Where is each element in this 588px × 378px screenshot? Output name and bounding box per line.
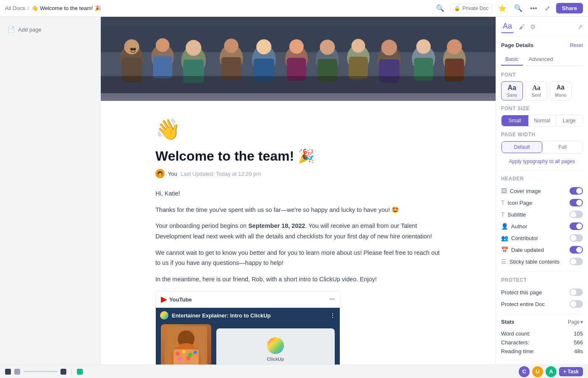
youtube-more-btn[interactable]: •••: [329, 296, 335, 302]
panel-body: Page Details Reset Basic Advanced Font A…: [496, 37, 588, 365]
contributor-toggle[interactable]: [570, 234, 583, 242]
font-size-options: Small Normal Large: [501, 115, 583, 127]
add-page-item[interactable]: 📄 Add page: [3, 24, 97, 35]
svg-point-33: [447, 39, 462, 54]
presenter-svg: [165, 326, 207, 365]
size-normal-btn[interactable]: Normal: [528, 115, 556, 126]
reading-time-value: 48s: [574, 348, 583, 354]
author-row: 👤 Author: [501, 220, 583, 232]
expand-button[interactable]: ⤢: [543, 3, 552, 14]
font-sans-label: Sans: [506, 93, 518, 98]
video-menu-icon: ⋮: [330, 312, 336, 319]
doc-para4: In the meantime, here is our friend, Rob…: [155, 274, 441, 285]
stats-header: Stats Page ▾: [501, 319, 583, 325]
apply-typography-link[interactable]: Apply typography to all pages: [501, 159, 583, 164]
cover-image-toggle[interactable]: [570, 187, 583, 195]
width-default-btn[interactable]: Default: [501, 141, 542, 153]
font-mono-option[interactable]: Aa Mono: [550, 81, 572, 100]
protect-doc-row: Protect entire Doc: [501, 298, 583, 310]
hero-svg: [101, 17, 496, 101]
svg-point-6: [156, 38, 170, 52]
contributor-text: Contributor: [511, 235, 538, 241]
subtitle-toggle[interactable]: [570, 211, 583, 218]
user-avatar-1: C: [519, 366, 530, 377]
protect-page-toggle[interactable]: [570, 288, 583, 296]
panel-tab-text[interactable]: Aa: [501, 20, 514, 33]
sub-tab-advanced[interactable]: Advanced: [525, 53, 557, 66]
font-size-label: Font Size: [501, 106, 583, 111]
sticky-toc-label: ☰ Sticky table contents: [501, 258, 559, 265]
panel-tab-brush[interactable]: 🖌: [519, 23, 525, 30]
video-title-text: Entertainer Explainer: Intro to ClickUp: [172, 312, 271, 319]
divider-2: [501, 272, 583, 272]
date-updated-icon: 📅: [501, 246, 508, 253]
bottom-indicator-green: [77, 369, 83, 375]
protect-doc-toggle[interactable]: [570, 300, 583, 308]
icon-page-text: Icon Page: [508, 200, 533, 206]
doc-title: Welcome to the team! 🎉: [155, 148, 441, 164]
date-updated-label: 📅 Date updated: [501, 246, 544, 253]
contributor-icon: 👥: [501, 235, 508, 241]
video-title-overlay: Entertainer Explainer: Intro to ClickUp …: [160, 311, 336, 320]
size-small-btn[interactable]: Small: [501, 115, 528, 126]
svg-point-18: [289, 39, 304, 53]
protect-page-slider: [570, 288, 583, 296]
date-updated-toggle[interactable]: [570, 246, 583, 254]
cover-image-slider: [570, 187, 583, 195]
subtitle-row: T Subtitle: [501, 209, 583, 220]
search-icon-btn[interactable]: 🔍: [512, 3, 524, 14]
sticky-toc-slider: [570, 258, 583, 265]
font-serif-option[interactable]: Aa Serif: [525, 81, 547, 100]
panel-tab-settings[interactable]: ⚙: [530, 23, 536, 31]
star-button[interactable]: ⭐: [496, 3, 508, 14]
doc-greeting: Hi, Katie!: [155, 188, 441, 199]
share-button[interactable]: Share: [556, 3, 583, 13]
protect-page-text: Protect this page: [501, 289, 542, 296]
subtitle-slider: [570, 211, 583, 218]
stats-title: Stats: [501, 319, 514, 325]
search-button[interactable]: 🔍: [434, 3, 446, 14]
stats-scope-btn[interactable]: Page ▾: [568, 319, 583, 325]
more-options-button[interactable]: •••: [528, 3, 539, 14]
panel-sub-tabs: Basic Advanced: [501, 53, 583, 66]
doc-para1: Thanks for the time you've spent with us…: [155, 205, 441, 215]
font-sans-option[interactable]: Aa Sans: [501, 81, 523, 100]
screen-logo: [267, 337, 284, 354]
subtitle-label: T Subtitle: [501, 211, 526, 218]
avatar: 🧑: [155, 169, 165, 178]
cover-image-icon: 🖼: [501, 188, 507, 194]
svg-point-43: [182, 350, 186, 353]
sub-tab-basic[interactable]: Basic: [501, 53, 523, 66]
bottom-indicator-2: [14, 369, 20, 375]
divider-1: [501, 170, 583, 171]
icon-page-toggle[interactable]: [570, 199, 583, 206]
page-width-label: Page Width: [501, 132, 583, 137]
svg-point-12: [224, 39, 238, 53]
reading-time-row: Reading time: 48s: [501, 347, 583, 356]
hero-image: [101, 17, 496, 101]
video-container: Entertainer Explainer: Intro to ClickUp …: [156, 308, 340, 365]
panel-reset-btn[interactable]: Reset: [570, 42, 583, 48]
svg-rect-25: [349, 57, 368, 79]
font-mono-label: Mono: [554, 93, 567, 98]
doc-meta: 🧑 You Last Updated: Today at 12:20 pm: [155, 169, 441, 178]
size-large-btn[interactable]: Large: [555, 115, 583, 126]
author-toggle[interactable]: [570, 222, 583, 230]
header-section-label: HEADER: [501, 176, 583, 182]
breadcrumb-all-docs[interactable]: All Docs: [5, 5, 25, 11]
sticky-toc-toggle[interactable]: [570, 258, 583, 265]
doc-para2: Your onboarding period begins on Septemb…: [155, 221, 441, 241]
cover-image-text: Cover image: [510, 188, 541, 194]
protect-doc-text: Protect entire Doc: [501, 301, 545, 307]
characters-row: Characters: 566: [501, 338, 583, 347]
width-full-btn[interactable]: Full: [542, 141, 583, 153]
date-updated-text: Date updated: [511, 247, 544, 253]
youtube-video[interactable]: Entertainer Explainer: Intro to ClickUp …: [156, 308, 340, 365]
youtube-icon: ▶: [161, 295, 167, 304]
sticky-toc-icon: ☰: [501, 258, 507, 265]
add-task-button[interactable]: + Task: [559, 367, 583, 376]
protect-page-label: Protect this page: [501, 289, 542, 296]
panel-tab-share[interactable]: ↗: [578, 23, 583, 31]
svg-rect-35: [101, 76, 496, 93]
stats-scope-text: Page: [568, 319, 580, 325]
